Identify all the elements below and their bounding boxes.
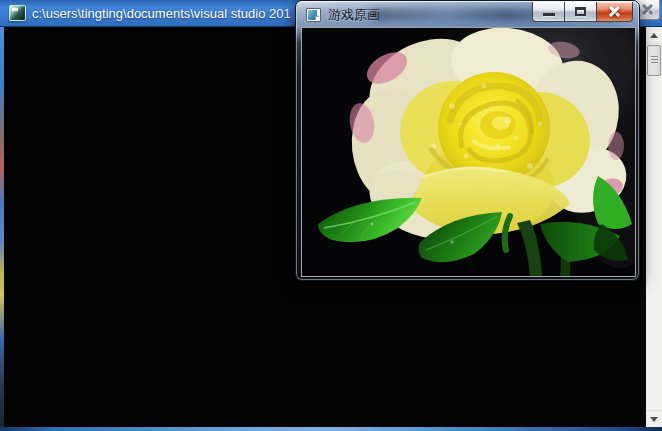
scroll-down-icon xyxy=(650,417,658,422)
caption-buttons xyxy=(532,2,633,22)
close-button[interactable] xyxy=(596,2,633,22)
rose-photo xyxy=(302,28,635,276)
desktop: c:\users\tingting\documents\visual studi… xyxy=(0,0,662,431)
maximize-icon xyxy=(575,7,586,16)
scroll-down-button[interactable] xyxy=(646,410,662,427)
scroll-up-button[interactable] xyxy=(646,27,662,44)
image-window-icon[interactable] xyxy=(306,8,321,22)
bitmap-icon-corner xyxy=(315,16,319,20)
close-icon xyxy=(607,4,622,19)
scrollbar-thumb[interactable] xyxy=(647,45,661,76)
maximize-button[interactable] xyxy=(564,2,597,22)
image-window-title: 游戏原画 xyxy=(328,2,380,27)
console-window-left-border xyxy=(0,27,4,427)
image-window: 游戏原画 xyxy=(295,0,640,281)
console-window-bottom-border xyxy=(0,427,662,431)
minimize-button[interactable] xyxy=(532,2,565,22)
console-scrollbar[interactable] xyxy=(645,27,662,427)
image-window-client xyxy=(301,27,636,277)
console-title: c:\users\tingting\documents\visual studi… xyxy=(32,0,291,27)
console-icon[interactable] xyxy=(9,5,26,21)
minimize-icon xyxy=(543,13,555,16)
scroll-up-icon xyxy=(650,33,658,38)
close-icon xyxy=(641,3,654,16)
